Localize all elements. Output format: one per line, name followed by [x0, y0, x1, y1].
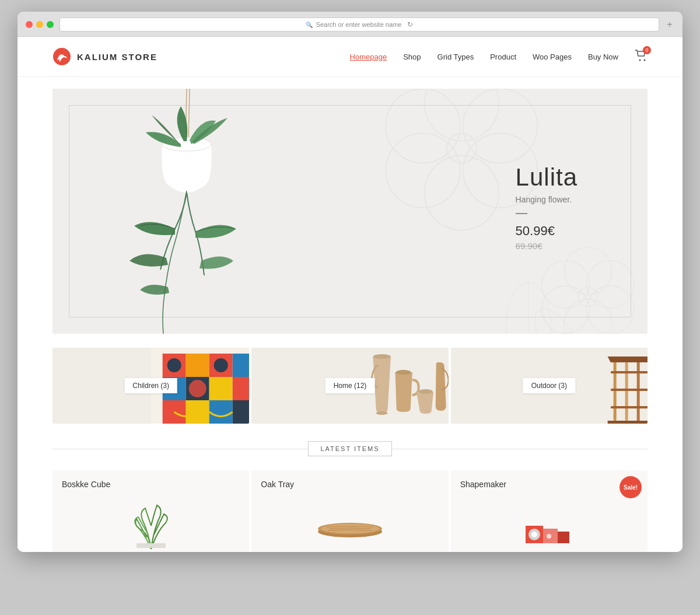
fullscreen-button[interactable] [47, 21, 54, 28]
svg-rect-35 [233, 377, 250, 400]
svg-point-19 [526, 301, 591, 334]
product-title-oaktray: Oak Tray [251, 470, 448, 494]
nav-homepage[interactable]: Homepage [350, 53, 387, 61]
svg-point-15 [542, 261, 590, 309]
outdoor-category-label: Outdoor (3) [523, 378, 575, 393]
svg-point-16 [578, 287, 597, 306]
nav-product[interactable]: Product [490, 53, 516, 61]
category-children[interactable]: Children (3) [52, 348, 249, 424]
nav-buy-now[interactable]: Buy Now [588, 53, 618, 61]
svg-point-7 [386, 134, 460, 208]
navbar: KALIUM STORE Homepage Shop Grid Types Pr… [18, 37, 682, 77]
nav-woo-pages[interactable]: Woo Pages [533, 53, 572, 61]
divider-line-right [392, 449, 648, 449]
svg-point-12 [586, 286, 634, 334]
svg-rect-53 [610, 371, 648, 373]
traffic-lights [26, 21, 54, 28]
sale-badge: Sale! [620, 476, 642, 498]
children-category-label: Children (3) [124, 378, 177, 393]
new-tab-button[interactable]: + [665, 20, 674, 29]
hero-price-new: 50.99€ [516, 223, 578, 239]
latest-items-header: LATEST ITEMS [52, 441, 648, 456]
product-shapemaker[interactable]: Sale! Shapemaker [451, 470, 648, 552]
svg-rect-63 [558, 532, 569, 543]
logo-text: KALIUM STORE [77, 52, 158, 62]
search-icon: 🔍 [306, 22, 313, 28]
svg-point-41 [214, 358, 228, 372]
hero-banner: Lulita Hanging flower. 50.99€ 69.90€ [52, 89, 648, 334]
svg-point-66 [547, 534, 551, 539]
svg-rect-39 [233, 400, 250, 424]
svg-rect-57 [136, 543, 166, 548]
nav-shop[interactable]: Shop [403, 53, 421, 61]
address-text: Search or enter website name [316, 21, 402, 28]
svg-point-1 [639, 60, 641, 61]
category-home[interactable]: Home (12) [251, 348, 448, 424]
product-oak-tray[interactable]: Oak Tray [251, 470, 448, 552]
logo-icon [52, 47, 71, 66]
products-grid: Boskke Cube Oak Tray [52, 470, 648, 552]
svg-point-2 [644, 60, 646, 61]
svg-point-42 [189, 380, 206, 397]
svg-rect-34 [209, 377, 233, 400]
svg-point-4 [463, 89, 538, 163]
home-category-label: Home (12) [326, 378, 375, 393]
svg-point-8 [386, 89, 460, 163]
svg-point-40 [167, 358, 181, 372]
nav-grid-types[interactable]: Grid Types [438, 53, 474, 61]
close-button[interactable] [26, 21, 33, 28]
product-boskke-cube[interactable]: Boskke Cube [52, 470, 249, 552]
svg-rect-55 [610, 406, 648, 408]
logo[interactable]: KALIUM STORE [52, 47, 158, 66]
hero-divider [516, 214, 527, 214]
latest-items-label: LATEST ITEMS [308, 441, 391, 456]
svg-rect-54 [610, 389, 648, 391]
hero-price-old: 69.90€ [516, 241, 578, 251]
hanging-plant-image [88, 89, 286, 334]
cart-button[interactable]: 0 [635, 50, 648, 64]
address-bar[interactable]: 🔍 Search or enter website name ↻ [60, 18, 659, 32]
svg-point-13 [564, 299, 612, 334]
plant-svg [105, 89, 268, 334]
svg-point-65 [531, 532, 537, 537]
product-title-boskke: Boskke Cube [52, 470, 249, 494]
reload-icon: ↻ [407, 20, 413, 29]
boskke-image [104, 497, 198, 549]
svg-rect-56 [607, 421, 648, 424]
product-title-shapemaker: Shapemaker [451, 470, 648, 494]
categories-section: Children (3) [52, 348, 648, 424]
product-image-boskke [52, 494, 249, 552]
product-image-shapemaker [451, 494, 648, 552]
svg-point-47 [419, 389, 433, 394]
svg-point-44 [373, 354, 391, 359]
browser-window: 🔍 Search or enter website name ↻ + KALIU… [18, 12, 682, 552]
svg-point-45 [376, 411, 388, 415]
divider-line-left [52, 449, 308, 449]
hero-product-subtitle: Hanging flower. [516, 195, 578, 204]
category-outdoor[interactable]: Outdoor (3) [451, 348, 648, 424]
browser-chrome: 🔍 Search or enter website name ↻ + [18, 12, 682, 37]
nav-links: Homepage Shop Grid Types Product Woo Pag… [350, 50, 648, 64]
svg-line-22 [188, 89, 190, 141]
shapemaker-image [502, 497, 596, 549]
svg-point-11 [586, 261, 634, 309]
svg-point-9 [447, 134, 477, 163]
oaktray-image [303, 497, 397, 549]
product-image-oaktray [251, 494, 448, 552]
svg-rect-38 [209, 400, 233, 424]
svg-rect-29 [186, 354, 209, 377]
cart-count: 0 [643, 46, 651, 54]
hero-product-name: Lulita [516, 163, 578, 191]
hero-product-info: Lulita Hanging flower. 50.99€ 69.90€ [516, 163, 578, 251]
browser-content: KALIUM STORE Homepage Shop Grid Types Pr… [18, 37, 682, 552]
svg-point-46 [396, 370, 411, 375]
svg-rect-31 [233, 354, 250, 377]
minimize-button[interactable] [36, 21, 43, 28]
svg-point-6 [425, 156, 499, 230]
